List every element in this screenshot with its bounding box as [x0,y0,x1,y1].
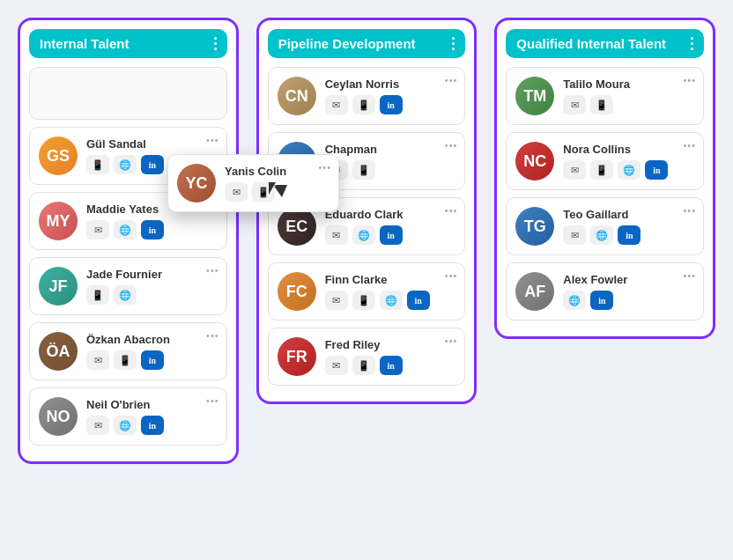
card-name: Gül Sandal [86,137,218,151]
card-name: Finn Clarke [325,273,456,286]
card-more-button[interactable]: ••• [683,140,696,151]
linkedin-button[interactable]: in [141,155,164,174]
linkedin-button[interactable]: in [380,356,403,375]
linkedin-button[interactable]: in [141,350,164,370]
avatar: YC [177,164,216,203]
linkedin-button[interactable]: in [407,291,430,310]
card-more-button[interactable]: ••• [206,135,219,145]
email-button[interactable]: ✉ [325,225,348,245]
card-name: Neil O'brien [86,398,218,411]
web-button[interactable]: 🌐 [114,285,137,305]
web-button[interactable]: 🌐 [114,416,137,435]
linkedin-button[interactable]: in [380,95,403,114]
talent-card[interactable]: •••AFAlex Fowler🌐in [506,262,704,321]
web-button[interactable]: 🌐 [114,155,137,174]
avatar: AF [515,272,554,311]
avatar: FC [278,272,316,311]
avatar: CN [278,77,316,115]
web-button[interactable]: 🌐 [590,225,613,245]
column-header: Qualified Internal Talent [506,29,704,58]
avatar: GS [39,136,78,175]
avatar: NO [39,397,78,436]
column-title: Internal Talent [40,36,129,51]
web-button[interactable]: 🌐 [352,225,375,245]
linkedin-button[interactable]: in [141,220,164,239]
card-more-button[interactable]: ••• [683,205,696,216]
linkedin-button[interactable]: in [141,416,164,435]
phone-button[interactable]: 📱 [590,160,613,180]
card-name: Chapman [325,143,456,156]
card-more-button[interactable]: ••• [206,265,219,276]
linkedin-button[interactable]: in [645,160,668,180]
dragging-card[interactable]: •••YCYanis Colin✉📱 [167,154,339,219]
email-button[interactable]: ✉ [563,225,586,245]
talent-card[interactable]: •••CNCeylan Norris✉📱in [268,67,466,125]
talent-card[interactable]: •••ÖAÖzkan Abacron✉📱in [29,322,227,380]
email-button[interactable]: ✉ [325,291,348,310]
column-header: Pipeline Development [268,29,466,58]
kanban-board: Internal Talent•••GSGül Sandal📱🌐in•••MYM… [18,18,715,464]
phone-button[interactable]: 📱 [590,95,613,114]
card-more-button[interactable]: ••• [683,75,696,85]
empty-card [29,67,227,120]
linkedin-button[interactable]: in [380,225,403,245]
column-header: Internal Talent [29,29,227,58]
card-more-button[interactable]: ••• [206,395,219,406]
avatar: TG [515,207,554,246]
card-name: Teo Gaillard [563,208,694,221]
email-button[interactable]: ✉ [86,220,109,239]
phone-button[interactable]: 📱 [114,350,137,370]
column-internal-talent: Internal Talent•••GSGül Sandal📱🌐in•••MYM… [18,18,239,464]
column-menu-icon[interactable] [691,37,693,50]
web-button[interactable]: 🌐 [380,291,403,310]
card-more-button[interactable]: ••• [445,140,458,151]
column-title: Qualified Internal Talent [516,36,666,51]
web-button[interactable]: 🌐 [618,160,640,180]
talent-card[interactable]: •••FRFred Riley✉📱in [268,328,466,386]
phone-button[interactable]: 📱 [352,356,375,375]
phone-button[interactable]: 📱 [352,95,375,114]
card-name: Jade Fournier [86,268,218,281]
mouse-cursor [269,182,276,195]
phone-button[interactable]: 📱 [352,291,375,310]
linkedin-button[interactable]: in [590,291,613,310]
column-title: Pipeline Development [278,36,416,51]
talent-card[interactable]: •••FCFinn Clarke✉📱🌐in [268,262,466,321]
avatar: JF [39,267,78,306]
email-button[interactable]: ✉ [86,416,109,435]
avatar: ÖA [39,332,78,371]
email-button[interactable]: ✉ [563,160,586,180]
card-name: Ceylan Norris [325,77,456,91]
avatar: NC [515,142,554,181]
phone-button[interactable]: 📱 [352,160,375,180]
card-more-button[interactable]: ••• [445,75,458,85]
card-more-button[interactable]: ••• [445,205,458,216]
email-button[interactable]: ✉ [225,182,248,202]
avatar: TM [515,77,554,115]
phone-button[interactable]: 📱 [86,285,109,305]
web-button[interactable]: 🌐 [114,220,137,239]
card-name: Alex Fowler [563,273,694,286]
column-menu-icon[interactable] [214,37,217,50]
talent-card[interactable]: •••NONeil O'brien✉🌐in [29,387,227,446]
web-button[interactable]: 🌐 [563,291,586,310]
card-more-button[interactable]: ••• [683,270,696,281]
column-qualified-internal-talent: Qualified Internal Talent•••TMTalilo Mou… [494,18,715,339]
email-button[interactable]: ✉ [325,356,348,375]
avatar: FR [278,337,316,376]
talent-card[interactable]: •••NCNora Collins✉📱🌐in [506,132,704,190]
column-menu-icon[interactable] [452,37,455,50]
email-button[interactable]: ✉ [86,350,109,370]
card-name: Fred Riley [325,338,456,351]
card-more-button[interactable]: ••• [206,330,219,341]
card-more-button[interactable]: ••• [445,270,458,281]
phone-button[interactable]: 📱 [86,155,109,174]
email-button[interactable]: ✉ [325,95,348,114]
card-more-button[interactable]: ••• [445,335,458,346]
talent-card[interactable]: •••TGTeo Gaillard✉🌐in [506,197,704,255]
talent-card[interactable]: •••TMTalilo Moura✉📱 [506,67,704,125]
talent-card[interactable]: •••JFJade Fournier📱🌐 [29,257,227,315]
card-name: Talilo Moura [563,77,694,91]
linkedin-button[interactable]: in [618,225,640,245]
email-button[interactable]: ✉ [563,95,586,114]
